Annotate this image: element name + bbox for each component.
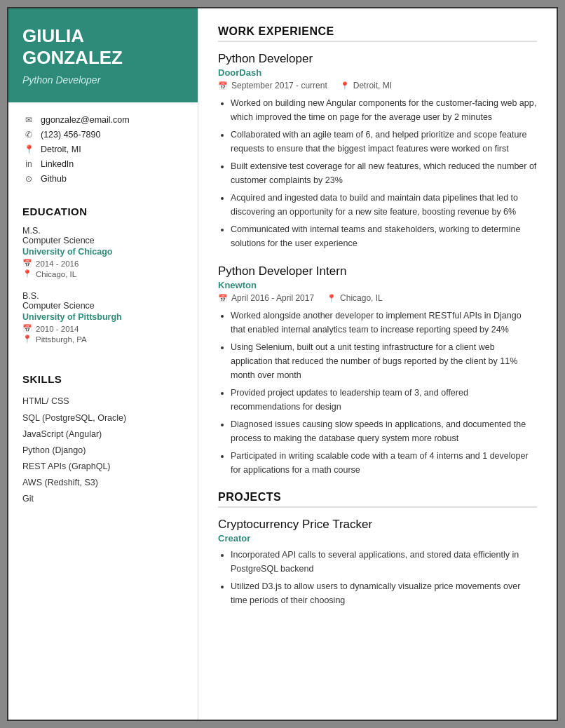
work-experience-title: WORK EXPERIENCE	[218, 25, 537, 42]
bullet-item: Participated in writing scalable code wi…	[231, 449, 537, 477]
job-company-2: Knewton	[218, 280, 537, 290]
calendar-icon-1: 📅	[22, 259, 32, 268]
project-subtitle-1: Creator	[218, 533, 537, 544]
edu-years-1: 📅 2014 - 2016	[22, 259, 184, 268]
edu-field-2: Computer Science	[22, 301, 184, 311]
pin-icon-1: 📍	[22, 269, 32, 278]
location-icon: 📍	[22, 144, 35, 154]
job-title-1: Python Developer	[218, 52, 537, 66]
sidebar-header: GIULIA GONZALEZ Python Developer	[8, 8, 198, 102]
job-dates-2: 📅 April 2016 - April 2017	[218, 293, 314, 303]
bullet-item: Communicated with internal teams and sta…	[231, 222, 537, 250]
email-icon: ✉	[22, 115, 35, 125]
edu-city-2: 📍 Pittsburgh, PA	[22, 335, 184, 344]
bullet-item: Diagnosed issues causing slow speeds in …	[231, 417, 537, 445]
contact-email: ✉ ggonzalez@email.com	[22, 115, 184, 125]
contact-location: 📍 Detroit, MI	[22, 144, 184, 154]
skill-item: Git	[22, 491, 184, 507]
edu-school-1: University of Chicago	[22, 247, 184, 257]
job-title-2: Python Developer Intern	[218, 264, 537, 278]
candidate-title: Python Developer	[22, 74, 184, 86]
job-meta-1: 📅 September 2017 - current 📍 Detroit, MI	[218, 81, 537, 90]
skill-item: AWS (Redshift, S3)	[22, 475, 184, 491]
calendar-icon-2: 📅	[22, 324, 32, 333]
bullet-item: Worked on building new Angular component…	[231, 96, 537, 124]
edu-field-1: Computer Science	[22, 236, 184, 245]
project-bullets-1: Incorporated API calls to several applic…	[218, 548, 537, 607]
skills-title: SKILLS	[22, 373, 184, 385]
main-content: WORK EXPERIENCE Python Developer DoorDas…	[198, 8, 557, 720]
projects-section: PROJECTS Cryptocurrency Price Tracker Cr…	[218, 491, 537, 607]
skill-item: HTML/ CSS	[22, 393, 184, 410]
work-experience-section: WORK EXPERIENCE Python Developer DoorDas…	[218, 25, 537, 477]
job-entry-1: Python Developer DoorDash 📅 September 20…	[218, 52, 537, 250]
job-location-2: 📍 Chicago, IL	[327, 293, 383, 303]
location-meta-icon-1: 📍	[340, 81, 350, 90]
sidebar: GIULIA GONZALEZ Python Developer ✉ ggonz…	[8, 8, 198, 720]
job-location-1: 📍 Detroit, MI	[340, 81, 392, 90]
edu-degree-2: B.S.	[22, 291, 184, 301]
project-entry-1: Cryptocurrency Price Tracker Creator Inc…	[218, 518, 537, 607]
bullet-item: Provided project updates to leadership t…	[231, 386, 537, 414]
contact-section: ✉ ggonzalez@email.com ✆ (123) 456-7890 📍…	[8, 102, 198, 196]
calendar-meta-icon-2: 📅	[218, 294, 228, 303]
project-title-1: Cryptocurrency Price Tracker	[218, 518, 537, 532]
phone-icon: ✆	[22, 130, 35, 140]
projects-title: PROJECTS	[218, 491, 537, 508]
contact-github[interactable]: ⊙ Github	[22, 174, 184, 184]
edu-degree-1: M.S.	[22, 226, 184, 236]
location-meta-icon-2: 📍	[327, 294, 336, 303]
edu-years-2: 📅 2010 - 2014	[22, 324, 184, 333]
bullet-item: Built extensive test coverage for all ne…	[231, 159, 537, 187]
github-icon: ⊙	[22, 174, 35, 184]
resume-container: GIULIA GONZALEZ Python Developer ✉ ggonz…	[7, 7, 558, 721]
bullet-item: Using Selenium, built out a unit testing…	[231, 340, 537, 382]
job-bullets-2: Worked alongside another developer to im…	[218, 309, 537, 477]
candidate-name: GIULIA GONZALEZ	[22, 25, 184, 69]
education-entry-1: M.S. Computer Science University of Chic…	[22, 226, 184, 278]
contact-linkedin[interactable]: in LinkedIn	[22, 159, 184, 169]
job-meta-2: 📅 April 2016 - April 2017 📍 Chicago, IL	[218, 293, 537, 303]
job-entry-2: Python Developer Intern Knewton 📅 April …	[218, 264, 537, 477]
skill-item: REST APIs (GraphQL)	[22, 459, 184, 475]
skill-item: JavaScript (Angular)	[22, 426, 184, 443]
job-company-1: DoorDash	[218, 67, 537, 78]
bullet-item: Collaborated with an agile team of 6, an…	[231, 128, 537, 156]
bullet-item: Acquired and ingested data to build and …	[231, 191, 537, 219]
skills-list: HTML/ CSS SQL (PostgreSQL, Oracle) JavaS…	[22, 393, 184, 507]
contact-phone: ✆ (123) 456-7890	[22, 130, 184, 140]
skills-section: SKILLS HTML/ CSS SQL (PostgreSQL, Oracle…	[8, 363, 198, 514]
bullet-item: Incorporated API calls to several applic…	[231, 548, 537, 576]
pin-icon-2: 📍	[22, 335, 32, 344]
bullet-item: Utilized D3.js to allow users to dynamic…	[231, 579, 537, 607]
education-title: EDUCATION	[22, 205, 184, 217]
job-bullets-1: Worked on building new Angular component…	[218, 96, 537, 250]
bullet-item: Worked alongside another developer to im…	[231, 309, 537, 337]
skill-item: Python (Django)	[22, 443, 184, 459]
education-section: EDUCATION M.S. Computer Science Universi…	[8, 196, 198, 363]
edu-school-2: University of Pittsburgh	[22, 312, 184, 322]
linkedin-icon: in	[22, 159, 35, 169]
job-dates-1: 📅 September 2017 - current	[218, 81, 327, 90]
calendar-meta-icon-1: 📅	[218, 81, 228, 90]
skill-item: SQL (PostgreSQL, Oracle)	[22, 410, 184, 426]
education-entry-2: B.S. Computer Science University of Pitt…	[22, 291, 184, 344]
edu-city-1: 📍 Chicago, IL	[22, 269, 184, 278]
